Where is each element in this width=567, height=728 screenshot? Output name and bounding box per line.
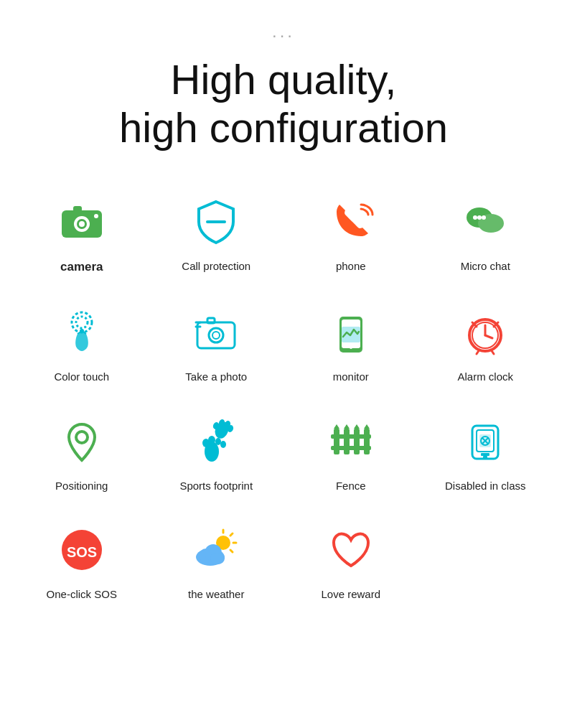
- weather-label: the weather: [188, 587, 244, 602]
- fence-icon: [322, 413, 380, 470]
- call-protection-label: Call protection: [182, 259, 250, 274]
- phone-label: phone: [336, 259, 366, 274]
- svg-marker-51: [364, 424, 370, 429]
- svg-point-9: [473, 215, 477, 220]
- sports-footprint-label: Sports footprint: [179, 479, 253, 493]
- sos-icon: SOS: [53, 521, 111, 579]
- svg-point-31: [76, 431, 88, 443]
- phone-icon: [322, 193, 380, 251]
- grid-item-micro-chat: Micro chat: [418, 180, 553, 291]
- weather-icon: [187, 521, 245, 579]
- grid-item-weather: the weather: [149, 508, 284, 617]
- grid-item-phone: phone: [284, 180, 418, 291]
- svg-point-17: [212, 332, 220, 339]
- camera-icon: [53, 193, 111, 251]
- grid-item-positioning: Positioning: [14, 400, 149, 509]
- sos-label: One-click SOS: [47, 587, 117, 602]
- svg-point-34: [208, 436, 215, 444]
- disabled-in-class-label: Disabled in class: [445, 479, 526, 493]
- svg-marker-45: [334, 424, 339, 429]
- micro-chat-icon: [456, 193, 514, 251]
- svg-rect-48: [354, 429, 360, 454]
- grid-item-color-touch: Color touch: [14, 291, 149, 400]
- sports-footprint-icon: [187, 413, 245, 470]
- alarm-clock-icon: [456, 304, 514, 361]
- svg-point-14: [80, 329, 84, 333]
- svg-rect-58: [481, 453, 489, 456]
- svg-point-3: [79, 221, 85, 227]
- svg-point-11: [482, 215, 486, 220]
- positioning-label: Positioning: [55, 479, 108, 493]
- grid-item-fence: Fence: [284, 400, 418, 509]
- svg-line-64: [230, 533, 233, 536]
- grid-item-love-reward: Love reward: [284, 508, 418, 617]
- positioning-icon: [53, 413, 111, 470]
- love-reward-label: Love reward: [321, 587, 380, 602]
- disabled-in-class-icon: [456, 413, 514, 470]
- svg-rect-59: [483, 456, 487, 459]
- color-touch-icon: [53, 304, 111, 361]
- call-protection-icon: [187, 193, 245, 251]
- take-photo-icon: [187, 304, 245, 361]
- svg-rect-4: [73, 206, 82, 212]
- svg-point-70: [210, 553, 225, 564]
- svg-point-13: [76, 317, 88, 328]
- svg-point-16: [209, 328, 223, 342]
- alarm-clock-label: Alarm clock: [457, 370, 513, 384]
- svg-point-36: [220, 441, 226, 448]
- svg-line-66: [230, 550, 233, 552]
- color-touch-label: Color touch: [54, 370, 109, 384]
- svg-point-5: [94, 214, 98, 218]
- decorative-dots: ...: [272, 22, 295, 42]
- svg-rect-18: [207, 318, 215, 323]
- grid-item-alarm-clock: Alarm clock: [418, 291, 553, 400]
- svg-point-22: [350, 346, 352, 349]
- svg-marker-49: [354, 424, 360, 429]
- monitor-label: monitor: [333, 370, 369, 384]
- grid-item-sports-footprint: Sports footprint: [149, 400, 284, 509]
- love-reward-icon: [322, 521, 380, 579]
- svg-marker-47: [344, 424, 350, 429]
- page-headline: High quality, high configuration: [119, 56, 448, 151]
- take-photo-label: Take a photo: [185, 370, 247, 384]
- grid-item-take-photo: Take a photo: [149, 291, 284, 400]
- monitor-icon: [322, 304, 380, 361]
- grid-item-camera: camera: [14, 180, 149, 291]
- camera-label: camera: [60, 259, 103, 275]
- svg-rect-46: [344, 429, 350, 454]
- svg-point-10: [477, 215, 482, 220]
- svg-text:SOS: SOS: [67, 544, 97, 560]
- grid-item-call-protection: Call protection: [149, 180, 284, 291]
- svg-point-35: [215, 438, 221, 445]
- features-grid: camera Call protection phone: [14, 180, 553, 617]
- svg-rect-15: [197, 322, 235, 348]
- micro-chat-label: Micro chat: [461, 259, 510, 274]
- svg-rect-44: [334, 429, 339, 454]
- grid-item-disabled-in-class: Disabled in class: [418, 400, 553, 509]
- fence-label: Fence: [336, 479, 366, 493]
- grid-item-monitor: monitor: [284, 291, 418, 400]
- grid-item-sos: SOS One-click SOS: [14, 508, 149, 617]
- svg-rect-50: [364, 429, 370, 454]
